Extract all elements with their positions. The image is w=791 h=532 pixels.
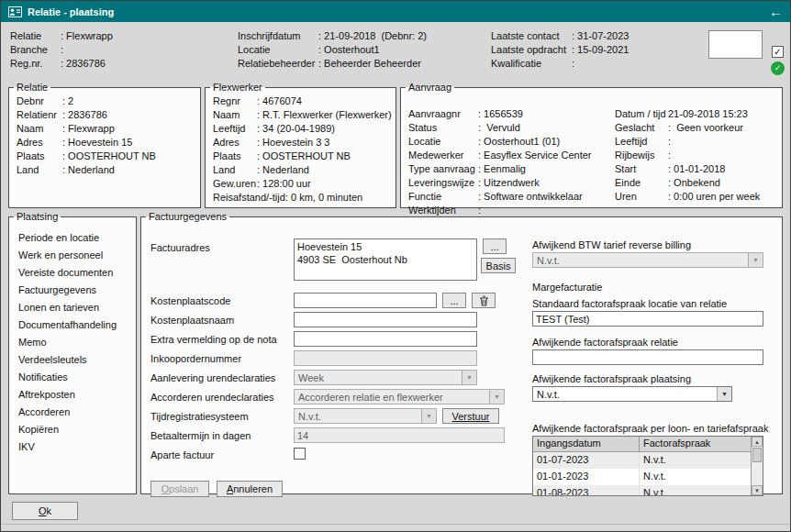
- table-row[interactable]: 01-01-2023 N.v.t.: [533, 469, 763, 485]
- table-header-row: Ingangsdatum Factorafspraak: [533, 437, 763, 452]
- afwijkende-relatie-input[interactable]: [532, 349, 763, 365]
- info-row: Plaats: OOSTERHOUT NB: [206, 150, 396, 163]
- kostenplaatsnaam-label: Kostenplaatsnaam: [150, 315, 234, 326]
- info-row: Naam: R.T. Flexwerker (Flexwerker): [206, 108, 396, 122]
- header-column-inschrijving: Inschrijfdatum: 21-09-2018 (Debnr: 2) Lo…: [238, 29, 427, 71]
- info-row: Functie: Software ontwikkelaar: [401, 190, 592, 204]
- sidebar-item-verdeelsleutels[interactable]: Verdeelsleutels: [9, 351, 136, 369]
- info-row: Debnr: 2: [9, 94, 200, 108]
- info-row: Adres: Hoevestein 3 3: [206, 136, 396, 150]
- relatie-section: Relatie Debnr: 2 Relatienr: 2836786 Naam…: [8, 82, 201, 208]
- table-scrollbar[interactable]: ▲ ▼: [751, 437, 763, 495]
- window-icon: [8, 6, 22, 17]
- sidebar-item-accorderen[interactable]: Accorderen: [9, 404, 136, 421]
- factuurgegevens-section-title: Factuurgegevens: [146, 211, 229, 222]
- info-row: Einde: Onbekend: [607, 176, 760, 190]
- scroll-up-icon[interactable]: ▲: [752, 437, 763, 447]
- accorderen-label: Accorderen urendeclaraties: [150, 392, 274, 403]
- relatie-section-title: Relatie: [14, 82, 50, 93]
- kostenplaatscode-input[interactable]: [294, 293, 437, 308]
- standaard-factorafspraak-input[interactable]: [532, 311, 763, 327]
- annuleren-button[interactable]: Annuleren: [217, 481, 283, 497]
- aparte-factuur-label: Aparte factuur: [150, 449, 214, 460]
- header-field: Relatiebeheerder: Beheerder Beheerder: [238, 57, 427, 71]
- sidebar-item-werk-en-personeel[interactable]: Werk en personeel: [9, 247, 136, 264]
- field-value: : 31-07-2023: [572, 29, 629, 43]
- factuuradres-lookup-button[interactable]: ...: [483, 238, 507, 254]
- plaatsing-nav-section: Plaatsing Periode en locatie Werk en per…: [8, 211, 137, 494]
- chevron-down-icon: ▾: [717, 387, 731, 401]
- kostenplaatscode-lookup-button[interactable]: ...: [442, 293, 466, 308]
- factuuradres-label: Factuuradres: [150, 242, 210, 253]
- info-row: Geslacht: Geen voorkeur: [607, 121, 760, 135]
- info-row: Aanvraagnr: 1656539: [401, 107, 592, 121]
- sidebar-item-factuurgegevens[interactable]: Factuurgegevens: [9, 282, 136, 299]
- field-value: :: [572, 57, 574, 71]
- scrollbar-thumb[interactable]: [752, 448, 762, 462]
- scroll-down-icon[interactable]: ▼: [752, 485, 763, 495]
- field-value: : Beheerder Beheerder: [318, 57, 421, 71]
- sidebar-item-lonen-en-tarieven[interactable]: Lonen en tarieven: [9, 299, 136, 316]
- field-label: Relatie: [10, 29, 61, 43]
- chevron-down-icon: ▾: [462, 371, 476, 384]
- field-value: : 21-09-2018 (Debnr: 2): [318, 29, 427, 43]
- table-row[interactable]: 01-08-2023 N.v.t.: [533, 485, 763, 496]
- field-value: : Flexwrapp: [61, 29, 113, 43]
- table-row[interactable]: 01-07-2023 N.v.t.: [533, 452, 763, 469]
- status-check-icon: ✓: [771, 61, 785, 75]
- sidebar-item-memo[interactable]: Memo: [9, 334, 136, 351]
- delete-trash-button[interactable]: [472, 293, 496, 308]
- info-row: Land: Nederland: [9, 163, 200, 177]
- sidebar-item-vereiste-documenten[interactable]: Vereiste documenten: [9, 264, 136, 282]
- afwijkende-relatie-label: Afwijkende factorafspraak relatie: [532, 337, 678, 348]
- factuurgegevens-section: Factuurgegevens Factuuradres Hoevestein …: [140, 211, 783, 494]
- info-row: Start: 01-01-2018: [607, 162, 760, 176]
- field-label: Kwalificatie: [491, 57, 572, 71]
- info-row: Regnr: 4676074: [206, 94, 396, 108]
- extra-vermelding-label: Extra vermelding op de nota: [150, 334, 277, 345]
- betaaltermijn-label: Betaaltermijn in dagen: [150, 430, 251, 441]
- chevron-down-icon: ▾: [421, 409, 436, 423]
- sidebar-item-documentafhandeling[interactable]: Documentafhandeling: [9, 316, 136, 334]
- reisafstand-info: Reisafstand/-tijd: 0 km, 0 minuten: [206, 191, 396, 205]
- info-row: Type aanvraag: Eenmalig: [401, 162, 592, 176]
- field-label: Laatste opdracht: [491, 43, 572, 57]
- field-label: Branche: [10, 43, 61, 57]
- opslaan-button: Opslaan: [150, 481, 209, 497]
- field-value: : Oosterhout1: [318, 43, 380, 57]
- aanvraag-right-column: Datum / tijd21-09-2018 15:23 Geslacht: G…: [607, 107, 760, 204]
- afwijkende-plaatsing-select[interactable]: N.v.t.▾: [532, 386, 732, 402]
- betaaltermijn-input: [294, 427, 505, 443]
- sidebar-item-notificaties[interactable]: Notificaties: [9, 369, 136, 386]
- column-header-ingangsdatum: Ingangsdatum: [533, 437, 640, 451]
- flexwerker-section: Flexwerker Regnr: 4676074 Naam: R.T. Fle…: [205, 82, 396, 208]
- header-checkbox[interactable]: ✓: [772, 46, 784, 58]
- sidebar-item-ikv[interactable]: IKV: [9, 438, 136, 456]
- header-field: Relatie: Flexwrapp: [10, 29, 113, 43]
- info-row: Plaats: OOSTERHOUT NB: [9, 150, 200, 163]
- kostenplaatscode-label: Kostenplaatscode: [150, 295, 230, 306]
- basis-button[interactable]: Basis: [481, 258, 516, 273]
- extra-vermelding-input[interactable]: [294, 331, 477, 347]
- relatie-plaatsing-window: Relatie - plaatsing ← Relatie: Flexwrapp…: [0, 0, 791, 532]
- afwijkende-plaatsing-label: Afwijkende factorafspraak plaatsing: [532, 373, 691, 384]
- column-header-factorafspraak: Factorafspraak: [640, 437, 763, 451]
- factuuradres-textarea[interactable]: Hoevestein 15 4903 SE Oosterhout Nb: [294, 238, 477, 281]
- info-row: Land: Nederland: [206, 163, 396, 177]
- aanlevering-label: Aanlevering urendeclaraties: [150, 372, 275, 383]
- ok-button[interactable]: Ok: [12, 502, 78, 520]
- aparte-factuur-checkbox[interactable]: [294, 448, 306, 460]
- verstuur-button[interactable]: Verstuur: [442, 408, 499, 424]
- header-field: Reg.nr.: 2836786: [10, 57, 113, 71]
- aanvraag-section-title: Aanvraag: [406, 82, 454, 93]
- sidebar-item-kopieren[interactable]: Kopiëren: [9, 421, 136, 438]
- field-value: : 2836786: [61, 57, 106, 71]
- back-arrow-button[interactable]: ←: [769, 5, 783, 18]
- sidebar-item-periode-en-locatie[interactable]: Periode en locatie: [9, 229, 136, 247]
- info-row: Rijbewijs:: [607, 149, 760, 162]
- sidebar-item-aftrekposten[interactable]: Aftrekposten: [9, 386, 136, 404]
- aanlevering-select: Week▾: [294, 370, 477, 385]
- photo-placeholder: [708, 30, 763, 59]
- btw-label: Afwijkend BTW tarief reverse billing: [532, 239, 691, 250]
- kostenplaatsnaam-input[interactable]: [294, 312, 477, 327]
